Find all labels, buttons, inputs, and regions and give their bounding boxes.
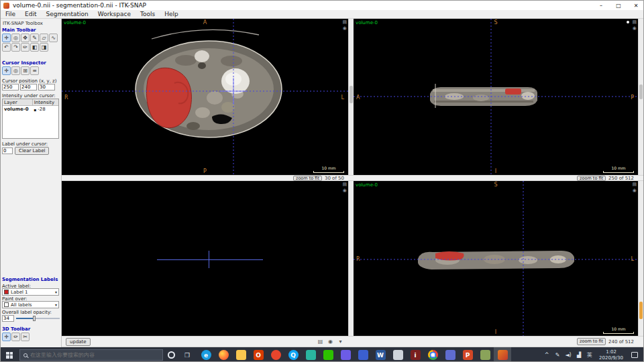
menu-edit[interactable]: Edit xyxy=(20,10,41,18)
opacity-input[interactable] xyxy=(2,315,14,322)
app-violet-icon[interactable] xyxy=(441,347,459,362)
scrollbar-thumb[interactable] xyxy=(350,86,353,103)
inspector-zoom-icon[interactable]: ◎ xyxy=(11,66,20,75)
chevron-down-icon[interactable]: ▾ xyxy=(337,339,344,345)
scrollbar-thumb[interactable] xyxy=(639,84,643,99)
view-menu-icon[interactable]: ▤ xyxy=(632,182,637,187)
cursor-y-input[interactable] xyxy=(20,84,37,90)
wechat-icon[interactable] xyxy=(319,347,337,362)
sagittal-view[interactable]: volume-0 S A P I 10 mm ▤ ◉ xyxy=(354,19,638,175)
edge-browser-icon[interactable]: e xyxy=(197,347,215,362)
layer-name: volume-0 xyxy=(3,107,32,112)
powerpoint-icon[interactable]: P xyxy=(459,347,476,362)
camera-icon[interactable]: ◉ xyxy=(343,26,347,31)
camera-icon[interactable]: ◉ xyxy=(343,188,347,193)
redo-icon[interactable]: ↷ xyxy=(11,43,20,52)
ide-red-icon[interactable]: i xyxy=(407,347,424,362)
pen-icon[interactable]: ✎ xyxy=(552,352,563,358)
orientation-superior: S xyxy=(494,182,497,188)
coronal-view[interactable]: volume-0 S R L I 10 mm ▤ ◉ xyxy=(354,181,638,336)
view-menu-icon[interactable]: ▤ xyxy=(342,20,347,25)
annotation-tool-icon[interactable]: ✎ xyxy=(30,34,39,42)
coronal-slice-scrollbar[interactable] xyxy=(638,181,643,336)
app-navy-icon[interactable] xyxy=(354,347,372,362)
sagittal-slice-scrollbar[interactable] xyxy=(638,19,643,175)
clock-date: 2020/9/30 xyxy=(599,355,623,361)
layer-options-icon[interactable]: ▪ xyxy=(34,107,36,112)
layer-label: volume-0 xyxy=(356,182,378,188)
view-menu-icon[interactable]: ▤ xyxy=(342,182,347,187)
cursor-z-input[interactable] xyxy=(38,84,55,90)
snake-tool-icon[interactable]: ∿ xyxy=(49,34,58,42)
render-3d-scrollbar[interactable] xyxy=(348,181,354,336)
table-row[interactable]: volume-0 ▪ -28 xyxy=(3,106,58,113)
volume-icon[interactable]: ◄) xyxy=(563,352,574,358)
office-icon[interactable]: O xyxy=(250,347,267,362)
app-light-icon[interactable] xyxy=(389,347,407,362)
crosshair-tool-icon[interactable]: ✛ xyxy=(2,34,11,42)
maximize-button[interactable]: □ xyxy=(610,1,627,10)
scrollbar-thumb-highlighted[interactable] xyxy=(639,302,643,319)
camera-icon[interactable]: ◉ xyxy=(327,339,334,345)
firefox-icon[interactable] xyxy=(215,347,232,362)
file-explorer-icon[interactable] xyxy=(232,347,250,362)
polygon-tool-icon[interactable]: ▱ xyxy=(40,34,48,42)
clear-label-button[interactable]: Clear Label xyxy=(15,147,49,155)
taskbar-clock[interactable]: 1:02 2020/9/30 xyxy=(595,349,627,361)
inspector-grid-icon[interactable]: ⊞ xyxy=(21,66,30,75)
undo-icon[interactable]: ↶ xyxy=(2,43,11,52)
cortana-icon[interactable] xyxy=(168,351,175,359)
scalpel-tool-icon[interactable]: ✂ xyxy=(21,333,30,341)
layout-grid-icon[interactable]: ▤ xyxy=(317,339,324,345)
cursor-x-input[interactable] xyxy=(2,84,19,90)
minimize-button[interactable]: – xyxy=(592,1,610,10)
render-3d-view[interactable]: ▤ ◉ xyxy=(62,181,348,336)
trackball-tool-icon[interactable]: ✛ xyxy=(2,333,11,341)
network-icon[interactable]: ▟ xyxy=(574,352,584,358)
close-button[interactable]: ✕ xyxy=(627,1,644,10)
label-under-cursor-input[interactable] xyxy=(2,147,13,154)
menu-workspace[interactable]: Workspace xyxy=(93,10,136,18)
app-green-icon[interactable] xyxy=(476,347,494,362)
qq-icon[interactable]: Q xyxy=(284,347,302,362)
opacity-slider[interactable] xyxy=(16,315,60,322)
paint-over-dropdown[interactable]: All labels ▾ xyxy=(2,301,59,308)
camera-icon[interactable]: ◉ xyxy=(633,26,637,31)
app-teal-icon[interactable] xyxy=(302,347,319,362)
app-purple-icon[interactable] xyxy=(337,347,354,362)
word-icon[interactable]: W xyxy=(372,347,389,362)
pan-tool-icon[interactable]: ✥ xyxy=(21,34,30,42)
input-language-indicator[interactable]: 英 xyxy=(584,351,595,359)
view-menu-icon[interactable]: ▤ xyxy=(632,20,637,25)
inspector-crosshair-icon[interactable]: ✛ xyxy=(2,66,11,75)
paintbrush-tool-icon[interactable]: ✏ xyxy=(21,43,30,52)
active-label-dropdown[interactable]: Label 1 ▾ xyxy=(2,288,59,296)
chrome-icon[interactable] xyxy=(424,347,441,362)
camera-icon[interactable]: ◉ xyxy=(633,188,637,193)
opacity-label: Overall label opacity: xyxy=(2,310,52,315)
itksnap-taskbar-icon[interactable] xyxy=(494,347,511,362)
task-view-icon[interactable]: ❐ xyxy=(180,352,195,359)
zoom-to-fit-button[interactable]: zoom to fit xyxy=(577,338,606,345)
zoom-to-fit-button[interactable]: zoom to fit xyxy=(577,176,606,181)
zoom-tool-icon[interactable]: ◎ xyxy=(11,34,20,42)
start-button[interactable] xyxy=(1,347,18,362)
menu-segmentation[interactable]: Segmentation xyxy=(42,10,93,18)
action-center-button[interactable] xyxy=(627,352,642,358)
axial-slice-scrollbar[interactable] xyxy=(348,19,354,175)
tray-expand-icon[interactable]: ^ xyxy=(541,352,552,358)
taskbar-search-box[interactable] xyxy=(19,349,163,361)
update-button[interactable]: update xyxy=(66,338,91,346)
menu-tools[interactable]: Tools xyxy=(136,10,160,18)
menu-help[interactable]: Help xyxy=(160,10,183,18)
spray-paint-tool-icon[interactable]: ✏ xyxy=(11,333,20,341)
intensity-value: -28 xyxy=(38,107,45,112)
layer-split-right-icon[interactable]: ◨ xyxy=(40,43,48,52)
axial-view[interactable]: volume-0 A R L P 10 mm ▤ ◉ xyxy=(62,19,348,175)
inspector-list-icon[interactable]: ≡ xyxy=(30,66,39,75)
zoom-to-fit-button[interactable]: zoom to fit xyxy=(293,176,322,181)
layer-split-left-icon[interactable]: ◧ xyxy=(30,43,39,52)
search-input[interactable] xyxy=(30,352,159,358)
browser-icon[interactable] xyxy=(267,347,284,362)
menu-file[interactable]: File xyxy=(1,10,20,18)
